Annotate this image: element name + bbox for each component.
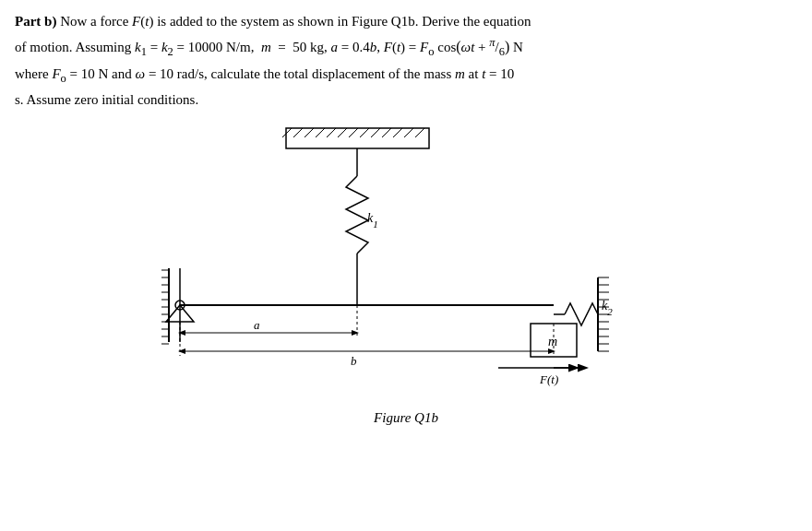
line4: s. Assume zero initial conditions. xyxy=(15,89,797,111)
line2: of motion. Assuming k1 = k2 = 10000 N/m,… xyxy=(15,34,797,61)
line1: Part b) Now a force F(t) is added to the… xyxy=(15,11,797,32)
figure-label-text: Figure Q1b xyxy=(374,410,438,425)
svg-rect-0 xyxy=(286,128,429,148)
mechanical-diagram: k1 xyxy=(0,116,812,411)
ft-label: F(t) xyxy=(539,372,558,386)
figure-label: Figure Q1b xyxy=(374,410,438,426)
part-label: Part b) xyxy=(15,14,56,29)
problem-text: Part b) Now a force F(t) is added to the… xyxy=(15,11,797,111)
k1-label: k1 xyxy=(367,211,378,230)
line3: where Fo = 10 N and ω = 10 rad/s, calcul… xyxy=(15,64,797,88)
mass-label: m xyxy=(548,335,557,348)
figure-container: k1 xyxy=(0,116,812,430)
b-label: b xyxy=(351,354,357,368)
a-label: a xyxy=(254,318,260,332)
main-content: Part b) Now a force F(t) is added to the… xyxy=(0,0,812,111)
